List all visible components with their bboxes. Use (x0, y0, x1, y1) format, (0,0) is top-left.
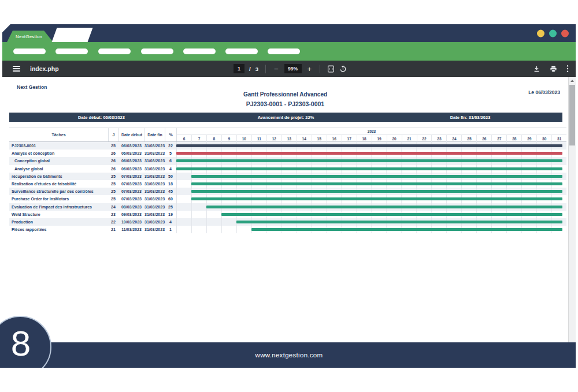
task-name-cell: Pièces rapportées (9, 226, 108, 233)
column-header-pct: % (165, 128, 176, 141)
task-duration-cell: 25 (108, 188, 118, 195)
nav-pill-button[interactable] (55, 48, 88, 54)
task-percent-cell: 25 (165, 203, 176, 211)
document-brand: Next Gestion (17, 84, 47, 90)
task-duration-cell: 25 (108, 142, 118, 150)
page-badge-number: 8 (0, 326, 42, 361)
column-header-date-debut: Date début (118, 128, 144, 141)
window-dot[interactable] (537, 29, 544, 37)
document-title: Gantt Professionnel Advanced (2, 91, 568, 98)
task-start-date-cell: 07/03/2023 (118, 188, 144, 195)
gantt-bar (176, 152, 562, 155)
column-header-date-fin: Date fin (144, 128, 165, 141)
print-button[interactable] (550, 65, 557, 73)
gantt-bar (221, 213, 562, 216)
print-icon (550, 65, 557, 73)
task-percent-cell: 5 (165, 150, 176, 157)
task-end-date-cell: 31/03/2023 (144, 218, 165, 226)
brand-tab[interactable]: NextGestion (7, 31, 53, 42)
task-row: Pièces rapportées2111/03/202331/03/20231 (9, 226, 566, 233)
task-name-cell: Production (9, 218, 108, 226)
nav-pill-row (2, 42, 576, 61)
footer-url: www.nextgestion.com (255, 352, 323, 359)
document-page: Next Gestion Le 06/03/2023 Gantt Profess… (2, 77, 568, 342)
scrollbar-up-button[interactable] (569, 77, 576, 84)
task-start-date-cell: 06/03/2023 (118, 150, 144, 157)
gantt-bar (206, 206, 562, 208)
more-vertical-icon (566, 65, 569, 73)
pdf-toolbar-left: index.php (13, 61, 59, 77)
gantt-days-row: 6789101112131415161718192021222324252627… (177, 135, 566, 143)
scrollbar-thumb[interactable] (569, 85, 575, 145)
task-end-date-cell: 31/03/2023 (144, 157, 165, 165)
column-header-j: J (108, 128, 118, 141)
gantt-bar (236, 221, 562, 223)
task-duration-cell: 26 (108, 157, 118, 165)
zoom-out-button[interactable]: − (273, 65, 280, 73)
gantt-row-track (176, 195, 566, 203)
hamburger-menu-icon[interactable] (13, 66, 20, 72)
gantt-row-track (176, 150, 566, 157)
task-percent-cell: 18 (165, 180, 176, 188)
nav-pill-button[interactable] (98, 48, 131, 54)
task-end-date-cell: 31/03/2023 (144, 188, 165, 195)
pdf-toolbar-right (533, 61, 569, 77)
total-pages: 3 (255, 66, 258, 72)
task-percent-cell: 4 (165, 165, 176, 173)
gantt-bar (191, 197, 562, 200)
task-percent-cell: 1 (165, 226, 176, 233)
pdf-viewer-area: Next Gestion Le 06/03/2023 Gantt Profess… (2, 77, 576, 342)
window-dot[interactable] (549, 29, 557, 37)
task-row: Analyse global2606/03/202331/03/20234 (9, 165, 566, 173)
project-summary-bar: Date début: 06/03/2023 Avancement de pro… (9, 113, 562, 122)
task-end-date-cell: 31/03/2023 (144, 150, 165, 157)
current-page-input[interactable]: 1 (234, 64, 244, 73)
gantt-row-track (176, 180, 566, 188)
task-percent-cell: 6 (165, 157, 176, 165)
task-start-date-cell: 07/03/2023 (118, 180, 144, 188)
window-dots (537, 29, 569, 37)
gantt-row-track (176, 165, 566, 173)
nav-pill-button[interactable] (141, 48, 173, 54)
task-name-cell: Conception global (9, 157, 108, 165)
task-name-cell: PJ2303-0001 (9, 142, 108, 150)
nav-pill-button[interactable] (268, 48, 300, 54)
more-options-button[interactable] (566, 65, 569, 73)
zoom-in-button[interactable]: + (306, 65, 313, 73)
task-name-cell: Evaluation de l'impact des infrastructur… (9, 203, 108, 211)
summary-end-date: Date fin: 31/03/2023 (378, 115, 562, 120)
nav-pill-button[interactable] (13, 48, 46, 54)
year-label: 2023 (177, 128, 566, 135)
task-name-cell: Weld Structure (9, 211, 108, 218)
task-percent-cell: 22 (165, 142, 176, 150)
task-duration-cell: 25 (108, 195, 118, 203)
task-name-cell: Analyse et conception (9, 150, 108, 157)
fit-page-icon (327, 65, 335, 73)
fit-page-button[interactable] (327, 65, 335, 73)
task-end-date-cell: 31/03/2023 (144, 173, 165, 180)
task-name-cell: Surveillance structurelle par des contrô… (9, 188, 108, 195)
task-row: Production2210/03/202331/03/20234 (9, 218, 566, 226)
task-percent-cell: 19 (165, 211, 176, 218)
task-end-date-cell: 31/03/2023 (144, 203, 165, 211)
task-duration-cell: 26 (108, 150, 118, 157)
task-start-date-cell: 09/03/2023 (118, 211, 144, 218)
nav-pill-button[interactable] (225, 48, 258, 54)
document-subtitle: PJ2303-0001 - PJ2303-0001 (2, 100, 568, 107)
task-duration-cell: 24 (108, 203, 118, 211)
gantt-bar (176, 144, 562, 147)
window-dot[interactable] (561, 29, 569, 37)
document-filename: index.php (30, 65, 59, 72)
download-button[interactable] (533, 65, 540, 73)
task-row: Purchase Order for InsMotors2507/03/2023… (9, 195, 566, 203)
gantt-bar (176, 159, 562, 162)
screenshot-canvas: NextGestion index.php 1 / 3 − 99% + (0, 0, 578, 392)
viewer-scrollbar[interactable] (568, 77, 576, 342)
task-name-cell: Réalisation d'études de faisabilité (9, 180, 108, 188)
task-end-date-cell: 31/03/2023 (144, 195, 165, 203)
rotate-button[interactable] (339, 65, 347, 73)
task-end-date-cell: 31/03/2023 (144, 165, 165, 173)
nav-pill-button[interactable] (183, 48, 216, 54)
gantt-bar (251, 228, 562, 231)
zoom-level-input[interactable]: 99% (284, 64, 302, 73)
